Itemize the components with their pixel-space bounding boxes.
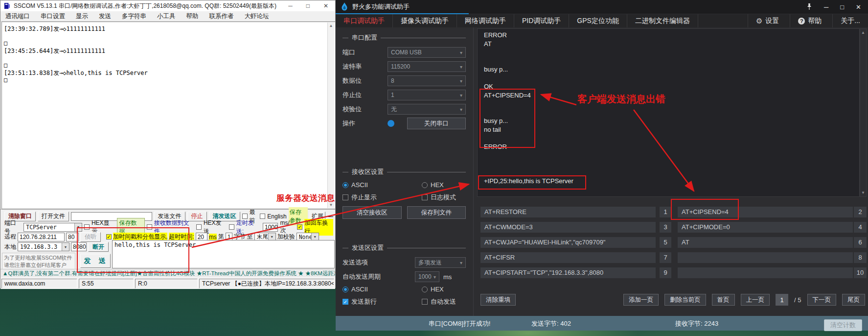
menu-item[interactable]: 显示 <box>76 12 88 21</box>
menu-item[interactable]: 大虾论坛 <box>245 12 269 21</box>
tab-item[interactable]: 二进制文件编辑器 <box>627 14 698 27</box>
send-slot-button[interactable]: 4 <box>854 222 867 233</box>
tab-item[interactable]: PID调试助手 <box>514 14 569 27</box>
scroll-down-icon[interactable]: ▼ <box>860 191 866 195</box>
first-page-button[interactable]: 首页 <box>712 294 735 306</box>
menu-item[interactable]: 小工具 <box>157 12 176 21</box>
settings-button[interactable]: ⚙ 设置 <box>748 14 787 27</box>
crlf-checkbox[interactable] <box>297 224 302 230</box>
send-command-input[interactable]: AT+CIPSTART="TCP","192.168.3.3",8080 <box>480 267 656 278</box>
minimize-icon[interactable]: ─ <box>288 2 293 9</box>
send-command-input[interactable]: AT+CIFSR <box>480 252 656 263</box>
current-page-input[interactable]: 1 <box>776 294 788 306</box>
local-port-input[interactable]: 8080 <box>71 242 87 251</box>
menu-item[interactable]: 多字符串 <box>122 12 146 21</box>
stop-display-checkbox[interactable]: 停止显示 <box>343 193 422 202</box>
send-hex-radio[interactable]: HEX <box>422 286 444 293</box>
save-to-file-button[interactable]: 保存到文件 <box>407 206 466 219</box>
scroll-down-icon[interactable]: ▼ <box>328 203 334 207</box>
config-dropdown[interactable]: 无 <box>388 104 466 115</box>
prev-page-button[interactable]: 上一页 <box>741 294 770 306</box>
send-command-input[interactable]: AT+CWMODE=3 <box>480 222 656 233</box>
send-command-input[interactable] <box>678 267 853 278</box>
tab-item[interactable]: GPS定位功能 <box>569 14 627 27</box>
recv-to-file-checkbox[interactable] <box>147 224 152 230</box>
send-slot-button[interactable]: 10 <box>854 267 867 278</box>
pin-icon[interactable] <box>806 3 812 10</box>
hex-send-checkbox[interactable] <box>196 224 202 230</box>
tab-item[interactable]: 网络调试助手 <box>457 14 514 27</box>
config-dropdown[interactable]: 1 <box>388 90 466 100</box>
chevron-down-icon[interactable]: ▼ <box>62 243 69 251</box>
menu-item[interactable]: 发送 <box>99 12 111 21</box>
about-button[interactable]: 关于... <box>832 14 868 27</box>
tab-item[interactable]: 串口调试助手 <box>336 14 393 27</box>
menu-item[interactable]: 帮助 <box>186 12 199 21</box>
chevron-down-icon[interactable]: ▼ <box>74 223 82 231</box>
maximize-icon[interactable]: □ <box>840 3 844 11</box>
send-slot-button[interactable]: 6 <box>854 237 867 248</box>
close-icon[interactable]: ✕ <box>856 3 861 11</box>
disconnect-button[interactable]: 断开 <box>88 242 109 252</box>
send-command-input[interactable]: AT+RESTORE <box>480 207 656 217</box>
clear-count-button[interactable]: 清空计数 <box>824 319 862 331</box>
menu-item[interactable]: 串口设置 <box>41 12 65 21</box>
send-option-dropdown[interactable]: 多项发送 <box>415 257 466 268</box>
timestamp-checkbox[interactable] <box>106 234 112 240</box>
close-serial-button[interactable]: 关闭串口 <box>407 118 466 129</box>
remote-ip-input[interactable]: 120.76.28.211 <box>18 233 65 241</box>
menu-item[interactable]: 通讯端口 <box>5 12 30 21</box>
scroll-up-icon[interactable]: ▲ <box>328 24 334 28</box>
remote-port-input[interactable]: 80 <box>66 233 79 241</box>
auto-period-input[interactable]: 1000 <box>415 271 439 282</box>
add-page-button[interactable]: 添加一页 <box>623 294 659 306</box>
delete-page-button[interactable]: 删除当前页 <box>664 294 706 306</box>
send-button[interactable]: 发 送 <box>80 254 111 268</box>
auto-send-checkbox[interactable]: 自动发送 <box>422 297 456 306</box>
send-newline-checkbox[interactable]: 发送新行 <box>343 297 422 306</box>
send-command-input[interactable]: AT+CIPMODE=0 <box>678 222 853 233</box>
send-slot-button[interactable]: 2 <box>854 207 867 217</box>
tab-item[interactable]: 摄像头调试助手 <box>393 14 457 27</box>
minimize-icon[interactable]: ─ <box>824 3 828 11</box>
receive-scrollbar[interactable]: ▲ ▼ <box>860 28 867 197</box>
send-command-input[interactable]: AT <box>678 237 853 248</box>
port-mode-combo[interactable]: TCPServer ▼ <box>23 223 82 232</box>
send-ascii-radio[interactable]: ASCII <box>343 286 422 293</box>
send-slot-button[interactable]: 1 <box>660 207 671 217</box>
help-button[interactable]: ? 帮助 <box>790 14 829 27</box>
send-slot-button[interactable]: 5 <box>660 237 671 248</box>
clear-refill-button[interactable]: 清除重填 <box>480 294 516 306</box>
send-slot-button[interactable]: 9 <box>660 267 671 278</box>
config-dropdown[interactable]: 115200 <box>388 61 466 72</box>
period-input[interactable]: 1000 <box>263 223 278 232</box>
hex-display-checkbox[interactable] <box>84 224 90 230</box>
receive-output[interactable]: ERRORATbusy p...OKAT+CIPSEND=4busy p...n… <box>477 28 860 197</box>
config-dropdown[interactable]: 8 <box>388 75 466 86</box>
recv-ascii-radio[interactable]: ASCII <box>343 181 422 189</box>
send-slot-button[interactable]: 8 <box>854 252 867 263</box>
maximize-icon[interactable]: □ <box>306 2 310 9</box>
log-mode-checkbox[interactable]: 日志模式 <box>422 193 456 202</box>
clear-receive-button[interactable]: 清空接收区 <box>343 206 402 219</box>
scroll-up-icon[interactable]: ▲ <box>860 30 866 35</box>
timed-send-checkbox[interactable] <box>229 224 234 230</box>
recv-hex-radio[interactable]: HEX <box>422 181 444 189</box>
send-command-input[interactable] <box>678 252 853 263</box>
send-slot-button[interactable]: 3 <box>660 222 671 233</box>
next-page-button[interactable]: 下一页 <box>807 294 837 306</box>
terminal-scrollbar[interactable]: ▲ ▼ <box>327 23 334 208</box>
topmost-checkbox[interactable] <box>242 214 248 219</box>
config-dropdown[interactable]: COM8 USB <box>388 47 466 58</box>
send-command-input[interactable]: AT+CWJAP="HUAWEI-HiLink","qc709709" <box>480 237 656 248</box>
listen-button[interactable]: 侦听 <box>80 232 101 242</box>
last-page-button[interactable]: 尾页 <box>842 294 865 306</box>
open-file-button[interactable]: 打开文件 <box>38 212 69 221</box>
send-slot-button[interactable]: 7 <box>660 252 671 263</box>
close-icon[interactable]: ✕ <box>323 2 328 9</box>
send-text-input[interactable]: hello,this is TCPServer <box>112 240 335 268</box>
send-command-input[interactable]: AT+CIPSEND=4 <box>678 207 853 217</box>
english-checkbox[interactable] <box>260 214 265 219</box>
terminal-output[interactable]: [23:39:32.789]发→◇11111111111□[23:45:25.6… <box>1 22 335 209</box>
menu-item[interactable]: 联系作者 <box>209 12 234 21</box>
